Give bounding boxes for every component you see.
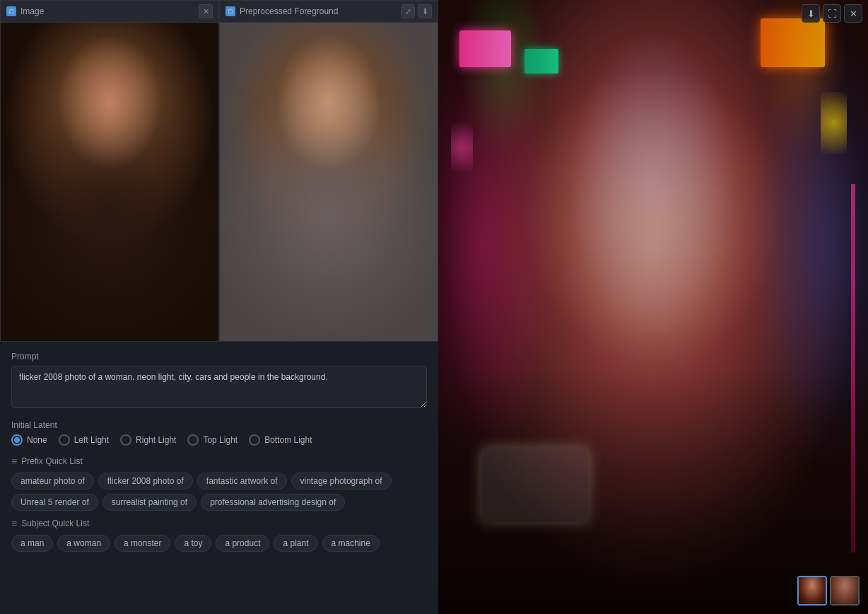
result-download-button[interactable]: ⬇: [802, 4, 820, 23]
radio-left-light-outer: [59, 434, 70, 446]
tag-vintage-photograph-of[interactable]: vintage photograph of: [291, 473, 392, 490]
tag-fantastic-artwork-of[interactable]: fantastic artwork of: [197, 473, 287, 490]
panel-2-icon: □: [225, 6, 235, 16]
image-panel-1-content: [1, 23, 218, 341]
subject-quick-list-section: ≡ Subject Quick List a man a woman a mon…: [0, 518, 438, 559]
thumbnail-1-image: [799, 577, 826, 604]
prefix-quick-list-header: ≡ Prefix Quick List: [11, 456, 427, 467]
radio-right-light-label: Right Light: [136, 435, 176, 445]
subject-quick-list-label: Subject Quick List: [21, 519, 89, 528]
radio-right-light[interactable]: Right Light: [120, 434, 176, 446]
tag-professional-advertising-design-of[interactable]: professional advertising design of: [201, 494, 345, 511]
subject-quick-list-header: ≡ Subject Quick List: [11, 518, 427, 529]
panel-2-download-button[interactable]: ⬇: [418, 4, 432, 18]
neon-sign-green: [524, 49, 559, 74]
controls-area: Prompt Initial Latent None Left Light: [0, 342, 438, 456]
neon-sign-pink: [459, 30, 511, 67]
image-panels-row: □ Image ✕ □ Preprocessed Foreground ⤢: [0, 0, 438, 342]
prefix-quick-list-section: ≡ Prefix Quick List amateur photo of fli…: [0, 456, 438, 518]
radio-left-light-label: Left Light: [74, 435, 109, 445]
right-panel-header: ⬇ ⛶ ✕: [796, 0, 868, 27]
result-expand-button[interactable]: ⛶: [823, 4, 841, 23]
radio-none-label: None: [27, 435, 47, 445]
image-panel-1: □ Image ✕: [0, 0, 219, 342]
right-panel: ⬇ ⛶ ✕: [438, 0, 868, 614]
prompt-input[interactable]: [11, 366, 427, 408]
neon-vertical-strip: [851, 184, 855, 552]
tag-a-monster[interactable]: a monster: [115, 535, 170, 552]
panel-2-resize-button[interactable]: ⤢: [401, 4, 415, 18]
prompt-section: Prompt: [11, 352, 427, 410]
big-result-image: [438, 0, 868, 614]
tag-flicker-2008-photo-of[interactable]: flicker 2008 photo of: [98, 473, 193, 490]
radio-bottom-light[interactable]: Bottom Light: [249, 434, 312, 446]
panel-2-buttons: ⤢ ⬇: [401, 4, 432, 18]
tag-a-woman[interactable]: a woman: [57, 535, 110, 552]
tag-a-toy[interactable]: a toy: [175, 535, 211, 552]
thumbnail-2-image: [831, 577, 858, 604]
preprocessed-image: [220, 23, 438, 341]
panel-1-close-button[interactable]: ✕: [199, 4, 213, 18]
radio-bottom-light-label: Bottom Light: [264, 435, 312, 445]
initial-latent-label: Initial Latent: [11, 420, 427, 430]
tag-a-plant[interactable]: a plant: [274, 535, 317, 552]
tag-surrealist-painting-of[interactable]: surrealist painting of: [102, 494, 197, 511]
radio-left-light[interactable]: Left Light: [59, 434, 109, 446]
radio-top-light[interactable]: Top Light: [187, 434, 237, 446]
prefix-quick-list-label: Prefix Quick List: [21, 456, 83, 466]
source-image: [1, 23, 218, 341]
big-image-container: ⬇ ⛶ ✕: [438, 0, 868, 614]
neon-circle-yellow: [821, 92, 846, 154]
neon-circle-pink: [451, 123, 472, 172]
thumbnail-2[interactable]: [830, 576, 860, 606]
subject-tag-list: a man a woman a monster a toy a product …: [11, 535, 427, 552]
radio-none[interactable]: None: [11, 434, 47, 446]
prompt-label: Prompt: [11, 352, 427, 361]
initial-latent-radio-group: None Left Light Right Light Top Light Bo: [11, 434, 427, 446]
tag-unreal-5-render-of[interactable]: Unreal 5 render of: [11, 494, 98, 511]
left-panel: □ Image ✕ □ Preprocessed Foreground ⤢: [0, 0, 438, 614]
panel-2-title: Preprocessed Foreground: [240, 6, 338, 16]
panel-1-buttons: ✕: [199, 4, 213, 18]
result-close-button[interactable]: ✕: [844, 4, 862, 23]
tag-a-machine[interactable]: a machine: [322, 535, 380, 552]
tag-a-product[interactable]: a product: [216, 535, 269, 552]
image-panel-1-header: □ Image ✕: [1, 1, 218, 23]
prefix-list-icon: ≡: [11, 456, 17, 467]
radio-none-outer: [11, 434, 23, 446]
image-panel-2: □ Preprocessed Foreground ⤢ ⬇: [219, 0, 438, 342]
image-panel-2-content: [220, 23, 438, 341]
panel-1-title: Image: [20, 6, 44, 16]
prefix-tag-list: amateur photo of flicker 2008 photo of f…: [11, 473, 427, 511]
panel-1-icon: □: [6, 6, 16, 16]
radio-top-light-outer: [187, 434, 199, 446]
initial-latent-section: Initial Latent None Left Light Right Lig…: [11, 420, 427, 446]
panel-1-title-group: □ Image: [6, 6, 44, 16]
radio-none-inner: [14, 437, 20, 443]
subject-list-icon: ≡: [11, 518, 17, 529]
radio-bottom-light-outer: [249, 434, 260, 446]
radio-top-light-label: Top Light: [203, 435, 237, 445]
thumbnail-strip: [797, 576, 860, 606]
tag-a-man[interactable]: a man: [11, 535, 53, 552]
tag-amateur-photo-of[interactable]: amateur photo of: [11, 473, 94, 490]
image-panel-2-header: □ Preprocessed Foreground ⤢ ⬇: [220, 1, 438, 23]
car-headlights: [481, 448, 589, 522]
thumbnail-1[interactable]: [797, 576, 827, 606]
radio-right-light-outer: [120, 434, 131, 446]
panel-2-title-group: □ Preprocessed Foreground: [225, 6, 338, 16]
